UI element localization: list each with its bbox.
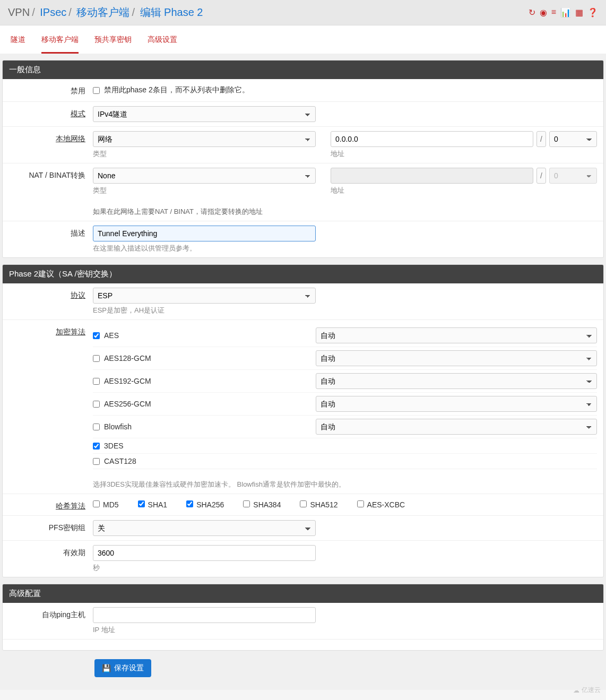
hash-checkbox-aes-xcbc[interactable] — [357, 500, 364, 507]
enc-label: CAST128 — [104, 457, 136, 465]
breadcrumb-ipsec[interactable]: IPsec — [40, 6, 66, 18]
proto-help: ESP是加密，AH是认证 — [93, 306, 316, 315]
calendar-icon[interactable]: ▦ — [575, 7, 583, 18]
life-label: 有效期 — [3, 545, 93, 573]
watermark: ☁ 亿速云 — [573, 686, 601, 690]
save-label: 保存设置 — [114, 663, 144, 673]
hash-checkbox-sha512[interactable] — [300, 500, 307, 507]
hash-label: 哈希算法 — [3, 498, 93, 511]
breadcrumb-mobile[interactable]: 移动客户端 — [76, 6, 129, 18]
mode-select[interactable]: IPv4隧道 — [93, 106, 316, 122]
enc-help: 选择3DES实现最佳兼容性或硬件加密加速卡。 Blowfish通常是软件加密中最… — [93, 480, 597, 489]
tab-mobile[interactable]: 移动客户端 — [41, 35, 79, 54]
enc-bits-select[interactable]: 自动 — [316, 396, 597, 412]
panel-phase2: Phase 2建议（SA /密钥交换） 协议 ESP ESP是加密，AH是认证 … — [2, 264, 604, 577]
target-icon[interactable]: ◉ — [540, 7, 547, 18]
hash-checkbox-sha1[interactable] — [138, 500, 145, 507]
enc-bits-select[interactable]: 自动 — [316, 350, 597, 366]
panel-adv-title: 高级配置 — [3, 584, 603, 603]
desc-input[interactable] — [93, 226, 316, 241]
local-addr-help: 地址 — [331, 149, 597, 159]
panel-general-title: 一般信息 — [3, 61, 603, 79]
enc-label: AES192-GCM — [104, 377, 151, 385]
nat-note: 如果在此网络上需要NAT / BINAT，请指定要转换的地址 — [93, 207, 316, 217]
proto-select[interactable]: ESP — [93, 288, 316, 304]
hash-label: MD5 — [103, 500, 119, 509]
pfs-select[interactable]: 关 — [93, 520, 316, 536]
local-mask-select[interactable]: 0 — [549, 131, 597, 147]
hash-label: SHA1 — [148, 500, 168, 509]
breadcrumb-vpn: VPN — [8, 6, 30, 18]
breadcrumb: VPN/ IPsec/ 移动客户端/ 编辑 Phase 2 — [8, 5, 203, 20]
tab-tunnel[interactable]: 隧道 — [11, 35, 25, 54]
proto-label: 协议 — [3, 288, 93, 315]
hash-label: SHA256 — [196, 500, 224, 509]
enc-checkbox-cast128[interactable] — [93, 458, 100, 465]
save-icon: 💾 — [102, 664, 111, 672]
ping-help: IP 地址 — [93, 625, 316, 635]
nat-addr-help: 地址 — [331, 186, 597, 195]
hash-label: SHA384 — [253, 500, 281, 509]
desc-help: 在这里输入描述以供管理员参考。 — [93, 244, 316, 253]
local-addr-input[interactable] — [331, 131, 533, 147]
nat-addr-input — [331, 168, 533, 184]
enc-bits-select[interactable]: 自动 — [316, 419, 597, 435]
cloud-icon: ☁ — [573, 687, 579, 690]
enc-label: AES128-GCM — [104, 354, 151, 362]
local-type-select[interactable]: 网络 — [93, 131, 316, 147]
enc-label: Blowfish — [104, 422, 132, 431]
breadcrumb-edit[interactable]: 编辑 Phase 2 — [140, 6, 203, 18]
hash-checkbox-sha384[interactable] — [243, 500, 250, 507]
ping-label: 自动ping主机 — [3, 607, 93, 635]
page-header: VPN/ IPsec/ 移动客户端/ 编辑 Phase 2 ↻ ◉ ≡ 📊 ▦ … — [0, 0, 606, 25]
nat-label: NAT / BINAT转换 — [3, 168, 93, 217]
enc-checkbox-3des[interactable] — [93, 443, 100, 450]
enc-label: 加密算法 — [3, 324, 93, 489]
help-icon[interactable]: ❓ — [587, 7, 598, 18]
enc-checkbox-aes128-gcm[interactable] — [93, 355, 100, 362]
hash-checkbox-sha256[interactable] — [186, 500, 193, 507]
nat-type-select[interactable]: None — [93, 168, 316, 184]
enc-bits-select[interactable]: 自动 — [316, 373, 597, 389]
desc-label: 描述 — [3, 226, 93, 253]
sliders-icon[interactable]: ≡ — [551, 7, 556, 18]
pfs-label: PFS密钥组 — [3, 520, 93, 536]
disable-checkbox[interactable] — [93, 87, 100, 94]
enc-checkbox-aes256-gcm[interactable] — [93, 401, 100, 408]
nat-mask-select: 0 — [549, 168, 597, 184]
slash-sep: / — [536, 131, 546, 147]
hash-label: SHA512 — [310, 500, 337, 509]
refresh-icon[interactable]: ↻ — [529, 7, 535, 18]
hash-label: AES-XCBC — [367, 500, 405, 509]
tab-psk[interactable]: 预共享密钥 — [94, 35, 132, 54]
panel-adv: 高级配置 自动ping主机 IP 地址 — [2, 584, 604, 651]
ping-input[interactable] — [93, 607, 316, 623]
header-icons: ↻ ◉ ≡ 📊 ▦ ❓ — [529, 7, 598, 18]
mode-label: 模式 — [3, 106, 93, 122]
panel-phase2-title: Phase 2建议（SA /密钥交换） — [3, 265, 603, 283]
nat-type-help: 类型 — [93, 186, 316, 195]
hash-checkbox-md5[interactable] — [93, 500, 100, 507]
slash-sep2: / — [536, 168, 546, 184]
disable-text: 禁用此phase 2条目，而不从列表中删除它。 — [104, 85, 249, 95]
tab-advanced[interactable]: 高级设置 — [148, 35, 177, 54]
save-button[interactable]: 💾 保存设置 — [94, 659, 151, 677]
enc-checkbox-blowfish[interactable] — [93, 424, 100, 430]
enc-label: AES256-GCM — [104, 400, 151, 408]
enc-checkbox-aes192-gcm[interactable] — [93, 378, 100, 385]
disable-label: 禁用 — [3, 83, 93, 97]
enc-bits-select[interactable]: 自动 — [316, 327, 597, 343]
life-input[interactable] — [93, 545, 316, 561]
local-label: 本地网络 — [3, 131, 93, 159]
chart-icon[interactable]: 📊 — [560, 7, 571, 18]
tabs: 隧道 移动客户端 预共享密钥 高级设置 — [0, 25, 606, 54]
panel-general: 一般信息 禁用 禁用此phase 2条目，而不从列表中删除它。 模式 IPv4隧… — [2, 60, 604, 258]
life-help: 秒 — [93, 563, 316, 573]
local-type-help: 类型 — [93, 149, 316, 159]
enc-checkbox-aes[interactable] — [93, 332, 100, 339]
enc-label: AES — [104, 331, 119, 340]
enc-label: 3DES — [104, 442, 124, 450]
